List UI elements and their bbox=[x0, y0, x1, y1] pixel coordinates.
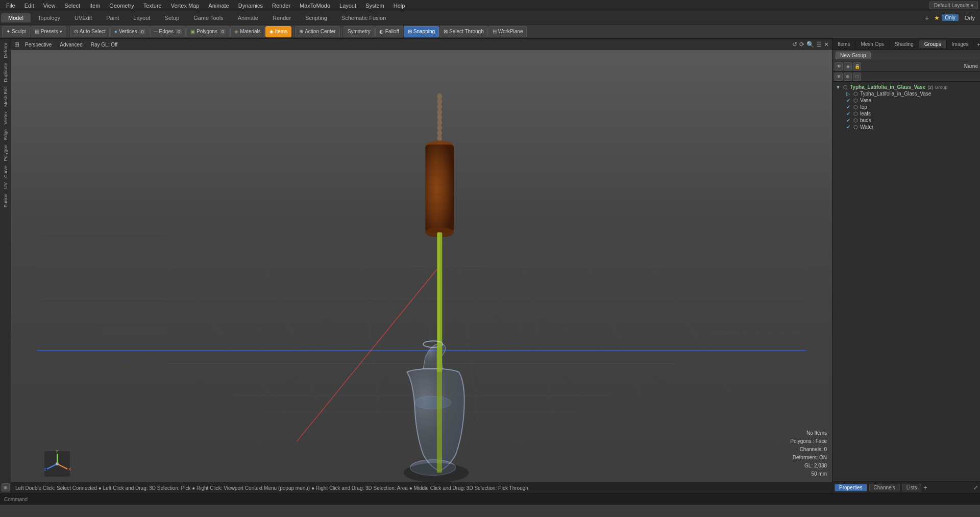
menu-select[interactable]: Select bbox=[60, 2, 84, 10]
rp-add-btn[interactable]: + bbox=[974, 40, 980, 49]
sidebar-item-meshedit[interactable]: Mesh Edit bbox=[2, 84, 9, 109]
tab-schematic[interactable]: Schematic Fusion bbox=[334, 13, 393, 22]
command-input[interactable] bbox=[32, 497, 976, 502]
vp-close-icon[interactable]: ✕ bbox=[824, 41, 829, 48]
sidebar-item-polygon[interactable]: Polygon bbox=[2, 143, 9, 163]
rp-icon-render[interactable]: ◈ bbox=[844, 62, 852, 70]
tab-animate[interactable]: Animate bbox=[231, 13, 265, 22]
svg-line-20 bbox=[232, 266, 439, 429]
vp-reset-icon[interactable]: ↺ bbox=[792, 41, 797, 48]
sidebar-extra-btn[interactable]: ⊞ bbox=[2, 483, 10, 491]
tab-layout[interactable]: Layout bbox=[126, 13, 157, 22]
svg-line-23 bbox=[439, 266, 621, 429]
menu-maxtomodo[interactable]: MaxToModo bbox=[296, 2, 334, 10]
workplane-button[interactable]: ⊟ WorkPlane bbox=[488, 26, 527, 37]
tree-check-3: ✔ bbox=[845, 111, 852, 116]
tab-setup[interactable]: Setup bbox=[157, 13, 186, 22]
selectthrough-button[interactable]: ⊠ Select Through bbox=[439, 26, 488, 37]
vp-menu-icon[interactable]: ☰ bbox=[816, 41, 822, 48]
tab-scripting[interactable]: Scripting bbox=[298, 13, 334, 22]
bp-tab-lists[interactable]: Lists bbox=[902, 484, 922, 491]
rp-tab-shading[interactable]: Shading bbox=[890, 40, 919, 48]
layout-dropdown[interactable]: Default Layouts ▾ bbox=[929, 2, 978, 9]
rp-tab-groups[interactable]: Groups bbox=[919, 40, 947, 48]
only-badge[interactable]: Only bbox=[942, 14, 959, 21]
svg-line-15 bbox=[37, 266, 439, 299]
edges-button[interactable]: ─ Edges 0 bbox=[150, 26, 186, 37]
snapping-icon: ⊞ bbox=[408, 29, 412, 34]
tab-render[interactable]: Render bbox=[265, 13, 298, 22]
3d-viewport[interactable]: ⊞ Perspective Advanced Ray GL: Off ↺ ⟳ 🔍… bbox=[11, 39, 832, 494]
menu-render[interactable]: Render bbox=[268, 2, 295, 10]
actioncenter-button[interactable]: ⊕ Action Center bbox=[295, 26, 340, 37]
rp-icon-sel[interactable]: ⊕ bbox=[844, 73, 852, 81]
sidebar-item-deform[interactable]: Deform bbox=[2, 41, 9, 60]
tab-uvedit[interactable]: UVEdit bbox=[67, 13, 99, 22]
vp-search-icon[interactable]: 🔍 bbox=[806, 41, 814, 48]
tab-gametools[interactable]: Game Tools bbox=[186, 13, 231, 22]
tab-model[interactable]: Model bbox=[1, 13, 31, 22]
symmetry-button[interactable]: Symmetry bbox=[344, 26, 375, 37]
vp-shading-label[interactable]: Advanced bbox=[57, 41, 85, 48]
sidebar-item-vertex[interactable]: Vertex bbox=[2, 109, 9, 127]
materials-button[interactable]: ◈ Materials bbox=[230, 26, 265, 37]
tree-item-2[interactable]: ✔ ⬡ top bbox=[832, 104, 980, 110]
tree-item-1[interactable]: ✔ ⬡ Vase bbox=[832, 97, 980, 104]
rp-tab-images[interactable]: Images bbox=[947, 40, 974, 48]
new-group-button[interactable]: New Group bbox=[836, 52, 871, 59]
scene-tree[interactable]: ▼ ⬡ Typha_Latifolia_in_Glass_Vase (2) Gr… bbox=[832, 82, 980, 481]
tree-item-4[interactable]: ✔ ⬡ buds bbox=[832, 117, 980, 124]
add-tab-button[interactable]: + bbox=[922, 14, 932, 22]
bp-expand-button[interactable]: ⤢ bbox=[973, 484, 978, 491]
sculpt-button[interactable]: ✦ Sculpt bbox=[2, 26, 30, 37]
bp-add-button[interactable]: + bbox=[923, 484, 927, 491]
sidebar-item-curve[interactable]: Curve bbox=[2, 163, 9, 180]
tab-paint[interactable]: Paint bbox=[99, 13, 126, 22]
rp-icon-vis[interactable]: 👁 bbox=[835, 73, 843, 81]
tree-item-3[interactable]: ✔ ⬡ leafs bbox=[832, 110, 980, 117]
vertices-button[interactable]: ● Vertices 0 bbox=[110, 26, 150, 37]
vp-rendermode-label[interactable]: Ray GL: Off bbox=[88, 41, 120, 48]
menu-animate[interactable]: Animate bbox=[204, 2, 233, 10]
sidebar-item-duplicate[interactable]: Duplicate bbox=[2, 61, 9, 84]
menu-dynamics[interactable]: Dynamics bbox=[234, 2, 267, 10]
tree-item-root[interactable]: ▼ ⬡ Typha_Latifolia_in_Glass_Vase (2) Gr… bbox=[832, 84, 980, 90]
toolbar: ✦ Sculpt ▤ Presets ▾ ⊙ Auto Select ● Ver… bbox=[0, 25, 980, 39]
menu-file[interactable]: File bbox=[2, 2, 19, 10]
sidebar-item-fusion[interactable]: Fusion bbox=[2, 192, 9, 209]
rp-tab-items[interactable]: Items bbox=[832, 40, 855, 48]
menu-layout[interactable]: Layout bbox=[335, 2, 360, 10]
rp-icon-eye[interactable]: 👁 bbox=[835, 62, 843, 70]
cmd-label: Command bbox=[4, 497, 28, 502]
channels-info: Channels: 0 bbox=[790, 445, 827, 454]
vp-sync-icon[interactable]: ⟳ bbox=[799, 41, 804, 48]
menu-edit[interactable]: Edit bbox=[20, 2, 38, 10]
menu-help[interactable]: Help bbox=[389, 2, 409, 10]
menu-item[interactable]: Item bbox=[85, 2, 104, 10]
items-button[interactable]: ◈ Items bbox=[265, 26, 291, 37]
rp-icon-sqr[interactable]: □ bbox=[853, 73, 861, 81]
presets-button[interactable]: ▤ Presets ▾ bbox=[31, 26, 66, 37]
menu-system[interactable]: System bbox=[361, 2, 388, 10]
tree-item-5[interactable]: ✔ ⬡ Water bbox=[832, 124, 980, 130]
autoselect-button[interactable]: ⊙ Auto Select bbox=[70, 26, 110, 37]
tree-item-0[interactable]: ▷ ⬡ Typha_Latifolia_in_Glass_Vase bbox=[832, 90, 980, 97]
falloff-button[interactable]: ◐ Falloff bbox=[375, 26, 403, 37]
menu-geometry[interactable]: Geometry bbox=[105, 2, 138, 10]
menu-view[interactable]: View bbox=[39, 2, 60, 10]
sidebar-item-edge[interactable]: Edge bbox=[2, 127, 9, 142]
sidebar-item-uv[interactable]: UV bbox=[2, 180, 9, 191]
tab-topology[interactable]: Topology bbox=[31, 13, 67, 22]
bp-tab-properties[interactable]: Properties bbox=[835, 484, 867, 491]
snapping-button[interactable]: ⊞ Snapping bbox=[404, 26, 439, 37]
menu-texture[interactable]: Texture bbox=[139, 2, 166, 10]
rp-icon-lock[interactable]: 🔒 bbox=[853, 62, 861, 70]
rp-tab-meshops[interactable]: Mesh Ops bbox=[855, 40, 890, 48]
viewport-canvas[interactable]: ⊞ Perspective Advanced Ray GL: Off ↺ ⟳ 🔍… bbox=[11, 39, 832, 494]
menu-vertexmap[interactable]: Vertex Map bbox=[167, 2, 204, 10]
svg-text:Z: Z bbox=[44, 467, 46, 472]
vp-view-label[interactable]: Perspective bbox=[22, 41, 54, 48]
bp-tab-channels[interactable]: Channels bbox=[869, 484, 900, 491]
vp-expand-icon[interactable]: ⊞ bbox=[14, 41, 19, 48]
polygons-button[interactable]: ▣ Polygons 0 bbox=[186, 26, 230, 37]
